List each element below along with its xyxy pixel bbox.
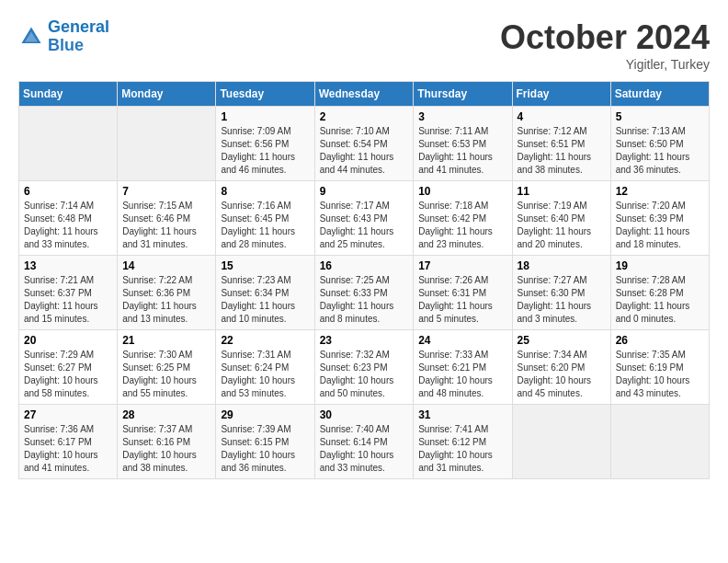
day-info: Sunrise: 7:15 AM Sunset: 6:46 PM Dayligh… (122, 200, 210, 251)
calendar-cell: 8Sunrise: 7:16 AM Sunset: 6:45 PM Daylig… (216, 181, 314, 256)
day-info: Sunrise: 7:11 AM Sunset: 6:53 PM Dayligh… (418, 125, 506, 177)
day-info: Sunrise: 7:26 AM Sunset: 6:31 PM Dayligh… (418, 274, 506, 326)
calendar-week-row: 13Sunrise: 7:21 AM Sunset: 6:37 PM Dayli… (19, 256, 710, 330)
day-number: 24 (418, 334, 506, 347)
day-info: Sunrise: 7:37 AM Sunset: 6:16 PM Dayligh… (122, 423, 210, 475)
calendar-body: 1Sunrise: 7:09 AM Sunset: 6:56 PM Daylig… (19, 107, 710, 479)
calendar-cell: 31Sunrise: 7:41 AM Sunset: 6:12 PM Dayli… (414, 405, 512, 479)
day-info: Sunrise: 7:25 AM Sunset: 6:33 PM Dayligh… (320, 274, 409, 326)
weekday-header-row: SundayMondayTuesdayWednesdayThursdayFrid… (19, 82, 710, 107)
day-number: 11 (518, 185, 606, 198)
calendar-week-row: 6Sunrise: 7:14 AM Sunset: 6:48 PM Daylig… (19, 181, 710, 256)
weekday-header-cell: Monday (118, 82, 216, 107)
day-number: 25 (518, 334, 606, 347)
day-info: Sunrise: 7:17 AM Sunset: 6:43 PM Dayligh… (320, 200, 409, 251)
calendar-cell: 7Sunrise: 7:15 AM Sunset: 6:46 PM Daylig… (118, 181, 216, 256)
day-info: Sunrise: 7:21 AM Sunset: 6:37 PM Dayligh… (24, 274, 112, 326)
weekday-header-cell: Friday (512, 82, 610, 107)
calendar-cell: 11Sunrise: 7:19 AM Sunset: 6:40 PM Dayli… (512, 181, 610, 256)
calendar-cell: 15Sunrise: 7:23 AM Sunset: 6:34 PM Dayli… (216, 256, 314, 330)
day-info: Sunrise: 7:35 AM Sunset: 6:19 PM Dayligh… (616, 349, 704, 400)
calendar-cell: 27Sunrise: 7:36 AM Sunset: 6:17 PM Dayli… (19, 405, 118, 479)
day-number: 26 (616, 334, 704, 347)
day-number: 9 (320, 185, 409, 198)
logo: General Blue (18, 18, 109, 55)
day-info: Sunrise: 7:23 AM Sunset: 6:34 PM Dayligh… (221, 274, 309, 326)
calendar-cell: 14Sunrise: 7:22 AM Sunset: 6:36 PM Dayli… (118, 256, 216, 330)
day-number: 3 (418, 110, 506, 123)
day-info: Sunrise: 7:12 AM Sunset: 6:51 PM Dayligh… (518, 125, 606, 177)
calendar-cell: 10Sunrise: 7:18 AM Sunset: 6:42 PM Dayli… (414, 181, 512, 256)
calendar-cell: 6Sunrise: 7:14 AM Sunset: 6:48 PM Daylig… (19, 181, 118, 256)
day-info: Sunrise: 7:28 AM Sunset: 6:28 PM Dayligh… (616, 274, 704, 326)
day-info: Sunrise: 7:18 AM Sunset: 6:42 PM Dayligh… (418, 200, 506, 251)
calendar-cell: 9Sunrise: 7:17 AM Sunset: 6:43 PM Daylig… (314, 181, 414, 256)
calendar-cell: 26Sunrise: 7:35 AM Sunset: 6:19 PM Dayli… (610, 330, 709, 405)
weekday-header-cell: Saturday (610, 82, 709, 107)
calendar-cell: 2Sunrise: 7:10 AM Sunset: 6:54 PM Daylig… (314, 107, 414, 181)
day-info: Sunrise: 7:32 AM Sunset: 6:23 PM Dayligh… (320, 349, 409, 400)
weekday-header-cell: Tuesday (216, 82, 314, 107)
calendar-cell: 19Sunrise: 7:28 AM Sunset: 6:28 PM Dayli… (610, 256, 709, 330)
day-info: Sunrise: 7:33 AM Sunset: 6:21 PM Dayligh… (418, 349, 506, 400)
day-number: 22 (221, 334, 309, 347)
calendar-cell: 30Sunrise: 7:40 AM Sunset: 6:14 PM Dayli… (314, 405, 414, 479)
logo-icon (18, 24, 44, 50)
day-number: 6 (24, 185, 112, 198)
day-info: Sunrise: 7:20 AM Sunset: 6:39 PM Dayligh… (616, 200, 704, 251)
day-number: 21 (122, 334, 210, 347)
calendar-cell: 23Sunrise: 7:32 AM Sunset: 6:23 PM Dayli… (314, 330, 414, 405)
calendar-cell: 29Sunrise: 7:39 AM Sunset: 6:15 PM Dayli… (216, 405, 314, 479)
calendar-cell: 25Sunrise: 7:34 AM Sunset: 6:20 PM Dayli… (512, 330, 610, 405)
day-number: 30 (320, 408, 409, 421)
calendar-cell: 4Sunrise: 7:12 AM Sunset: 6:51 PM Daylig… (512, 107, 610, 181)
day-number: 27 (24, 408, 112, 421)
day-number: 12 (616, 185, 704, 198)
day-info: Sunrise: 7:19 AM Sunset: 6:40 PM Dayligh… (518, 200, 606, 251)
day-info: Sunrise: 7:31 AM Sunset: 6:24 PM Dayligh… (221, 349, 309, 400)
day-info: Sunrise: 7:16 AM Sunset: 6:45 PM Dayligh… (221, 200, 309, 251)
day-info: Sunrise: 7:41 AM Sunset: 6:12 PM Dayligh… (418, 423, 506, 475)
day-info: Sunrise: 7:10 AM Sunset: 6:54 PM Dayligh… (320, 125, 409, 177)
day-info: Sunrise: 7:34 AM Sunset: 6:20 PM Dayligh… (518, 349, 606, 400)
day-info: Sunrise: 7:40 AM Sunset: 6:14 PM Dayligh… (320, 423, 409, 475)
day-info: Sunrise: 7:39 AM Sunset: 6:15 PM Dayligh… (221, 423, 309, 475)
day-number: 29 (221, 408, 309, 421)
day-number: 1 (221, 110, 309, 123)
calendar-cell: 20Sunrise: 7:29 AM Sunset: 6:27 PM Dayli… (19, 330, 118, 405)
day-number: 23 (320, 334, 409, 347)
day-number: 13 (24, 259, 112, 272)
calendar-cell (19, 107, 118, 181)
day-number: 20 (24, 334, 112, 347)
calendar-cell (118, 107, 216, 181)
calendar-cell: 16Sunrise: 7:25 AM Sunset: 6:33 PM Dayli… (314, 256, 414, 330)
day-info: Sunrise: 7:13 AM Sunset: 6:50 PM Dayligh… (616, 125, 704, 177)
calendar-cell: 5Sunrise: 7:13 AM Sunset: 6:50 PM Daylig… (610, 107, 709, 181)
calendar-cell: 18Sunrise: 7:27 AM Sunset: 6:30 PM Dayli… (512, 256, 610, 330)
day-number: 2 (320, 110, 409, 123)
weekday-header-cell: Thursday (414, 82, 512, 107)
day-number: 15 (221, 259, 309, 272)
day-info: Sunrise: 7:14 AM Sunset: 6:48 PM Dayligh… (24, 200, 112, 251)
title-section: October 2024 Yigitler, Turkey (500, 18, 710, 72)
day-info: Sunrise: 7:22 AM Sunset: 6:36 PM Dayligh… (122, 274, 210, 326)
calendar-cell (610, 405, 709, 479)
calendar-cell: 24Sunrise: 7:33 AM Sunset: 6:21 PM Dayli… (414, 330, 512, 405)
day-number: 19 (616, 259, 704, 272)
calendar-cell: 28Sunrise: 7:37 AM Sunset: 6:16 PM Dayli… (118, 405, 216, 479)
day-info: Sunrise: 7:09 AM Sunset: 6:56 PM Dayligh… (221, 125, 309, 177)
day-number: 8 (221, 185, 309, 198)
day-number: 7 (122, 185, 210, 198)
day-number: 5 (616, 110, 704, 123)
day-number: 18 (518, 259, 606, 272)
logo-text: General Blue (48, 18, 109, 55)
day-number: 14 (122, 259, 210, 272)
calendar-cell: 12Sunrise: 7:20 AM Sunset: 6:39 PM Dayli… (610, 181, 709, 256)
calendar-cell: 22Sunrise: 7:31 AM Sunset: 6:24 PM Dayli… (216, 330, 314, 405)
calendar-week-row: 1Sunrise: 7:09 AM Sunset: 6:56 PM Daylig… (19, 107, 710, 181)
weekday-header-cell: Sunday (19, 82, 118, 107)
location-subtitle: Yigitler, Turkey (500, 57, 710, 72)
weekday-header-cell: Wednesday (314, 82, 414, 107)
day-info: Sunrise: 7:29 AM Sunset: 6:27 PM Dayligh… (24, 349, 112, 400)
calendar-cell: 13Sunrise: 7:21 AM Sunset: 6:37 PM Dayli… (19, 256, 118, 330)
